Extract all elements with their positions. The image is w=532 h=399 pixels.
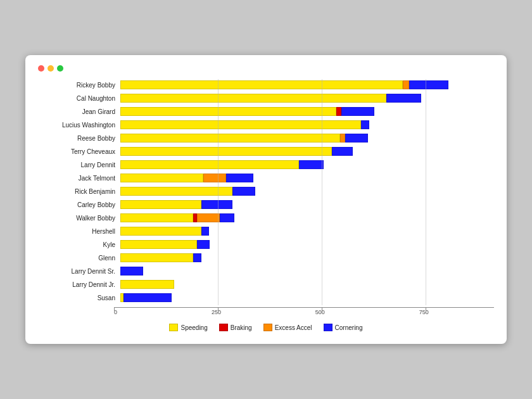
driver-label: Hershell xyxy=(44,228,120,235)
bar-segment xyxy=(403,80,409,89)
legend-label: Cornering xyxy=(335,324,363,331)
bar-container xyxy=(120,134,494,142)
chart-area: Rickey BobbyCal NaughtonJean GirardLuciu… xyxy=(38,79,494,305)
driver-label: Lucius Washington xyxy=(44,122,120,129)
bar-segment xyxy=(120,107,336,116)
bar-segment xyxy=(120,147,332,156)
bar-segment xyxy=(340,134,345,142)
bar-segment xyxy=(201,227,209,236)
x-axis-label: 750 xyxy=(419,309,429,315)
title-bar xyxy=(38,65,494,72)
bar-segment xyxy=(120,280,174,289)
bar-segment xyxy=(120,134,340,142)
chart-row: Kyle xyxy=(44,239,494,250)
minimize-button[interactable] xyxy=(48,65,54,72)
bar-container xyxy=(120,174,494,182)
bar-container xyxy=(120,120,494,129)
driver-label: Jack Telmont xyxy=(44,175,120,182)
driver-label: Walker Bobby xyxy=(44,215,120,222)
chart-row: Walker Bobby xyxy=(44,212,494,224)
chart-row: Susan xyxy=(44,292,494,303)
bar-segment xyxy=(386,94,422,103)
bar-container xyxy=(120,293,494,302)
bar-segment xyxy=(197,240,210,249)
bar-segment xyxy=(361,120,369,129)
chart-row: Larry Dennit xyxy=(44,159,494,170)
chart-row: Jack Telmont xyxy=(44,172,494,184)
close-button[interactable] xyxy=(38,65,44,72)
bar-segment xyxy=(120,253,193,262)
bar-segment xyxy=(120,213,193,222)
chart-row: Jean Girard xyxy=(44,106,494,117)
bar-segment xyxy=(124,293,171,302)
driver-label: Larry Dennit Jr. xyxy=(44,281,120,288)
bar-container xyxy=(120,160,494,169)
legend: SpeedingBrakingExcess AccelCornering xyxy=(38,324,494,331)
chart-row: Reese Bobby xyxy=(44,132,494,144)
driver-label: Larry Dennit Sr. xyxy=(44,268,120,275)
chart-row: Terry Cheveaux xyxy=(44,146,494,157)
bar-segment xyxy=(201,200,232,209)
chart-row: Larry Dennit Sr. xyxy=(44,265,494,277)
driver-label: Rick Benjamin xyxy=(44,188,120,195)
chart-row: Hershell xyxy=(44,225,494,237)
bar-segment xyxy=(120,80,403,89)
bar-segment xyxy=(220,213,234,222)
bar-segment xyxy=(120,227,201,236)
bar-container xyxy=(120,147,494,156)
bar-segment xyxy=(203,174,226,182)
bar-container xyxy=(120,267,494,276)
x-axis: 0250500750 xyxy=(114,307,494,317)
bar-container xyxy=(120,227,494,236)
bar-container xyxy=(120,187,494,196)
bar-segment xyxy=(332,147,353,156)
legend-item: Speeding xyxy=(169,324,207,331)
driver-label: Rickey Bobby xyxy=(44,82,120,89)
bar-segment xyxy=(120,240,197,249)
bar-container xyxy=(120,213,494,222)
bar-segment xyxy=(197,213,220,222)
bar-container xyxy=(120,107,494,116)
bar-segment xyxy=(232,187,255,196)
legend-item: Braking xyxy=(219,324,252,331)
chart-row: Larry Dennit Jr. xyxy=(44,279,494,290)
bar-container xyxy=(120,253,494,262)
legend-color-box xyxy=(263,324,272,331)
chart-row: Carley Bobby xyxy=(44,199,494,210)
driver-label: Cal Naughton xyxy=(44,95,120,102)
legend-color-box xyxy=(324,324,332,331)
bar-container xyxy=(120,280,494,289)
driver-label: Larry Dennit xyxy=(44,162,120,168)
bar-segment xyxy=(120,187,232,196)
maximize-button[interactable] xyxy=(57,65,63,72)
chart-row: Glenn xyxy=(44,252,494,263)
bar-segment xyxy=(299,160,324,169)
legend-label: Speeding xyxy=(180,324,207,331)
bar-segment xyxy=(409,80,448,89)
chart-row: Lucius Washington xyxy=(44,119,494,130)
bar-segment xyxy=(193,253,201,262)
driver-label: Susan xyxy=(44,294,120,301)
app-window: Rickey BobbyCal NaughtonJean GirardLuciu… xyxy=(25,55,507,344)
legend-item: Excess Accel xyxy=(263,324,312,331)
legend-label: Braking xyxy=(231,324,252,331)
bar-container xyxy=(120,240,494,249)
bar-segment xyxy=(341,107,374,116)
legend-color-box xyxy=(169,324,178,331)
bar-segment xyxy=(336,107,341,116)
legend-item: Cornering xyxy=(324,324,363,331)
x-axis-label: 250 xyxy=(212,309,221,315)
bar-segment xyxy=(120,174,203,182)
bar-segment xyxy=(226,174,253,182)
x-axis-label: 500 xyxy=(315,309,325,315)
driver-label: Reese Bobby xyxy=(44,135,120,142)
driver-label: Terry Cheveaux xyxy=(44,148,120,155)
legend-color-box xyxy=(219,324,228,331)
bar-segment xyxy=(120,120,361,129)
driver-label: Glenn xyxy=(44,255,120,262)
chart-row: Rick Benjamin xyxy=(44,186,494,197)
bar-segment xyxy=(120,200,201,209)
bar-container xyxy=(120,94,494,103)
bar-segment xyxy=(120,94,386,103)
legend-label: Excess Accel xyxy=(275,324,312,331)
